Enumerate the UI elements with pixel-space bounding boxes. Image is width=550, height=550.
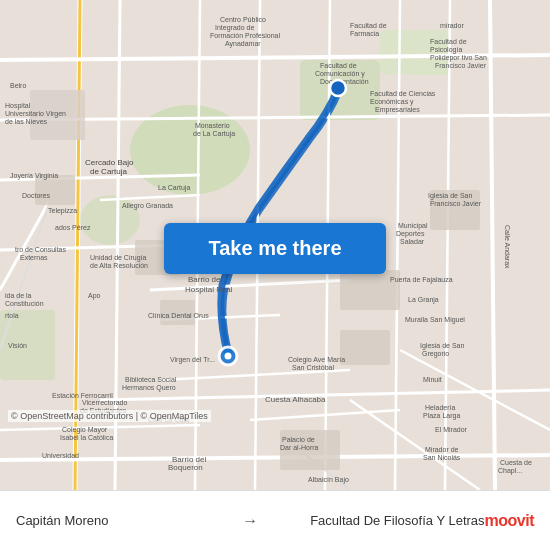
arrow-icon: → [242,512,258,530]
svg-text:Comunicación y: Comunicación y [315,70,365,78]
svg-text:Universidad: Universidad [42,452,79,459]
svg-text:Muralla San Miguel: Muralla San Miguel [405,316,465,324]
svg-text:mirador: mirador [440,22,464,29]
svg-text:Empresariales: Empresariales [375,106,420,114]
svg-text:ados Pérez: ados Pérez [55,224,91,231]
moovit-brand-text: moovit [485,512,534,530]
svg-text:Centro Público: Centro Público [220,16,266,23]
svg-text:Biblioteca Social: Biblioteca Social [125,376,177,383]
svg-text:Visión: Visión [8,342,27,349]
svg-text:Psicología: Psicología [430,46,462,54]
svg-text:Allegro Granada: Allegro Granada [122,202,173,210]
svg-text:de Alta Resolución: de Alta Resolución [90,262,148,269]
svg-text:Doctores: Doctores [22,192,51,199]
svg-text:Facultad de: Facultad de [320,62,357,69]
svg-text:Dar al-Horra: Dar al-Horra [280,444,319,451]
svg-text:Integrado de: Integrado de [215,24,254,32]
svg-text:Calle Andarax: Calle Andarax [504,225,511,269]
svg-rect-12 [340,330,390,365]
svg-text:Isabel la Católica: Isabel la Católica [60,434,113,441]
svg-text:Virgen del Tr...: Virgen del Tr... [170,356,215,364]
svg-text:Polidepor tivo San: Polidepor tivo San [430,54,487,62]
svg-text:Vicerrectorado: Vicerrectorado [82,399,128,406]
svg-text:Iglesia de San: Iglesia de San [428,192,472,200]
svg-text:Colegio Mayor: Colegio Mayor [62,426,108,434]
svg-text:Joyería Virginia: Joyería Virginia [10,172,58,180]
map-container: Facultad de Farmacia mirador Facultad de… [0,0,550,490]
svg-text:Plaza Larga: Plaza Larga [423,412,460,420]
svg-text:Estación Ferrocarril: Estación Ferrocarril [52,392,113,399]
svg-text:Saladar: Saladar [400,238,425,245]
svg-text:La Granja: La Granja [408,296,439,304]
svg-text:Albaicín Bajo: Albaicín Bajo [308,476,349,484]
svg-text:Cuesta Alhacaba: Cuesta Alhacaba [265,395,326,404]
svg-text:Chapl...: Chapl... [498,467,522,475]
svg-text:Externas: Externas [20,254,48,261]
svg-text:de Cartuja: de Cartuja [90,167,127,176]
svg-text:Económicas y: Económicas y [370,98,414,106]
svg-text:Constitución: Constitución [5,300,44,307]
svg-text:Facultad de: Facultad de [350,22,387,29]
route-to: Facultad De Filosofía Y Letras [272,513,484,528]
svg-text:San Cristóbal: San Cristóbal [292,364,334,371]
moovit-logo: moovit [485,512,534,530]
svg-text:Cuesta de: Cuesta de [500,459,532,466]
svg-text:Mirador de: Mirador de [425,446,459,453]
svg-text:Municipal: Municipal [398,222,428,230]
take-me-there-button[interactable]: Take me there [164,223,386,274]
svg-text:Heladería: Heladería [425,404,455,411]
route-from: Capitán Moreno [16,513,228,528]
svg-text:Telepizza: Telepizza [48,207,77,215]
svg-text:de La Cartuja: de La Cartuja [193,130,235,138]
svg-text:Formación Profesional: Formación Profesional [210,32,280,39]
svg-text:Hermanos Quero: Hermanos Quero [122,384,176,392]
svg-text:Unidad de Cirugía: Unidad de Cirugía [90,254,147,262]
map-attribution: © OpenStreetMap contributors | © OpenMap… [8,410,211,422]
svg-text:Universitario Virgen: Universitario Virgen [5,110,66,118]
svg-text:Puerta de Fajalauza: Puerta de Fajalauza [390,276,453,284]
svg-text:de las Nieves: de las Nieves [5,118,48,125]
svg-text:Francisco Javier: Francisco Javier [430,200,482,207]
svg-text:Apo: Apo [88,292,101,300]
svg-text:San Nicolás: San Nicolás [423,454,461,461]
svg-rect-9 [35,175,75,205]
svg-text:tro de Consultas: tro de Consultas [15,246,66,253]
svg-text:El Mirador: El Mirador [435,426,468,433]
svg-text:Gregorio: Gregorio [422,350,449,358]
svg-point-94 [330,80,346,96]
svg-text:Iglesia de San: Iglesia de San [420,342,464,350]
svg-text:Farmacia: Farmacia [350,30,379,37]
svg-text:Palacio de: Palacio de [282,436,315,443]
svg-text:La Cartuja: La Cartuja [158,184,190,192]
svg-text:Deportes: Deportes [396,230,425,238]
svg-text:Boqueron: Boqueron [168,463,203,472]
svg-text:Facultad de Ciencias: Facultad de Ciencias [370,90,436,97]
svg-text:Belro: Belro [10,82,26,89]
svg-point-96 [225,353,232,360]
bottom-navigation-bar: Capitán Moreno → Facultad De Filosofía Y… [0,490,550,550]
svg-text:Aynadamar: Aynadamar [225,40,261,48]
svg-text:Monasterio: Monasterio [195,122,230,129]
svg-text:ida de la: ida de la [5,292,32,299]
svg-text:Cercado Bajo: Cercado Bajo [85,158,134,167]
svg-text:Minuit: Minuit [423,376,442,383]
svg-text:Francisco Javier: Francisco Javier [435,62,487,69]
svg-text:Hospital Real: Hospital Real [185,285,233,294]
svg-text:rtola: rtola [5,312,19,319]
svg-text:Barrio del: Barrio del [188,275,222,284]
svg-text:Colegio Ave María: Colegio Ave María [288,356,345,364]
route-info: Capitán Moreno → Facultad De Filosofía Y… [16,512,485,530]
svg-text:Hospital: Hospital [5,102,31,110]
svg-text:Facultad de: Facultad de [430,38,467,45]
svg-text:Clínica Dental Orus: Clínica Dental Orus [148,312,209,319]
